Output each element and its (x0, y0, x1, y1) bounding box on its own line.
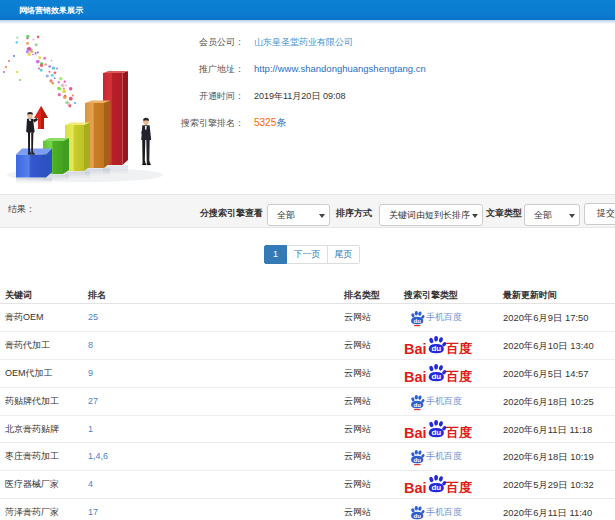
svg-text:du: du (414, 318, 422, 324)
svg-text:du: du (414, 402, 422, 408)
svg-text:du: du (431, 484, 441, 493)
svg-text:du: du (431, 345, 441, 354)
svg-text:百度: 百度 (445, 369, 473, 384)
svg-text:du: du (414, 457, 422, 463)
svg-text:百度: 百度 (445, 341, 473, 356)
svg-text:Bai: Bai (404, 341, 427, 357)
svg-text:du: du (414, 513, 422, 519)
svg-text:Bai: Bai (404, 480, 427, 496)
svg-text:百度: 百度 (445, 480, 473, 495)
svg-text:Bai: Bai (404, 424, 427, 440)
svg-text:du: du (431, 428, 441, 437)
svg-text:du: du (431, 372, 441, 381)
svg-text:百度: 百度 (445, 425, 473, 440)
svg-text:Bai: Bai (404, 369, 427, 385)
